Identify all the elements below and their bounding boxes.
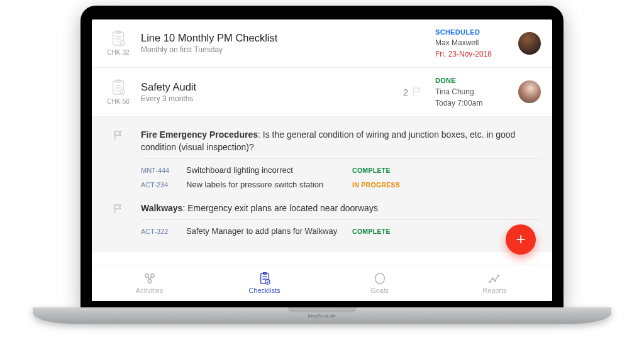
flag-count: 2	[403, 87, 408, 97]
nav-item-goals[interactable]: Goals	[322, 265, 437, 301]
nav-label: Goals	[370, 287, 389, 294]
laptop-base: MacBook Air	[33, 307, 611, 324]
nav-item-activities[interactable]: Activities	[92, 265, 207, 301]
flagged-item: Walkways: Emergency exit plans are locat…	[103, 197, 541, 243]
action-id: ACT-234	[141, 181, 177, 189]
flagged-body: Walkways: Emergency exit plans are locat…	[141, 202, 541, 238]
detail-section: Fire Emergency Procedures: Is the genera…	[92, 117, 552, 253]
app-screen: CHK-32Line 10 Monthly PM ChecklistMonthl…	[92, 19, 552, 301]
checklist-main: Line 10 Monthly PM ChecklistMonthly on f…	[141, 32, 428, 54]
checklist-title: Safety Audit	[141, 81, 396, 93]
nav-label: Activities	[136, 287, 163, 294]
action-list: ACT-322Safety Manager to add plans for W…	[141, 224, 541, 238]
checklist-schedule: Every 3 months	[141, 94, 396, 103]
flag-icon	[411, 86, 423, 97]
flag-column	[103, 202, 133, 214]
content-scroll[interactable]: CHK-32Line 10 Monthly PM ChecklistMonthl…	[92, 19, 552, 265]
flag-icon	[113, 129, 124, 141]
flag-indicator: 2	[403, 86, 423, 97]
action-status-badge: COMPLETE	[352, 167, 391, 174]
flagged-body: Fire Emergency Procedures: Is the genera…	[141, 128, 541, 192]
reports-icon	[488, 272, 502, 285]
action-status-badge: IN PROGRESS	[352, 181, 400, 189]
flagged-question: Fire Emergency Procedures: Is the genera…	[141, 128, 541, 160]
question-heading: Fire Emergency Procedures	[141, 129, 258, 140]
svg-point-15	[497, 275, 499, 276]
checklist-row[interactable]: CHK-56Safety AuditEvery 3 months2DONETin…	[92, 68, 552, 117]
checklist-id: CHK-56	[107, 98, 130, 105]
action-id: ACT-322	[141, 228, 177, 235]
due-date: Today 7:00am	[435, 97, 511, 109]
due-date: Fri, 23-Nov-2018	[435, 48, 511, 60]
checklist-meta: DONETina ChungToday 7:00am	[435, 75, 511, 109]
laptop-bezel: CHK-32Line 10 Monthly PM ChecklistMonthl…	[80, 6, 564, 307]
assignee-name: Tina Chung	[435, 86, 511, 97]
question-heading: Walkways	[141, 203, 182, 213]
avatar[interactable]	[518, 32, 541, 55]
goals-icon	[373, 272, 387, 285]
status-badge: DONE	[435, 75, 511, 86]
checklist-row[interactable]: CHK-32Line 10 Monthly PM ChecklistMonthl…	[92, 19, 552, 69]
action-title: Switchboard lighting incorrect	[186, 165, 343, 175]
nav-item-reports[interactable]: Reports	[437, 265, 552, 301]
activities-icon	[143, 272, 157, 285]
action-row[interactable]: MNT-444Switchboard lighting incorrectCOM…	[141, 163, 541, 177]
question-text: : Emergency exit plans are located near …	[182, 203, 378, 213]
checklist-main: Safety AuditEvery 3 months	[141, 81, 396, 103]
assignee-name: Max Maxwell	[435, 37, 511, 48]
action-title: New labels for pressure switch station	[186, 180, 343, 189]
flagged-item: Fire Emergency Procedures: Is the genera…	[103, 123, 541, 197]
checklist-title: Line 10 Monthly PM Checklist	[141, 32, 428, 44]
checklist-id: CHK-32	[107, 49, 130, 56]
action-status-badge: COMPLETE	[352, 228, 391, 235]
action-row[interactable]: ACT-322Safety Manager to add plans for W…	[141, 224, 541, 238]
clipboard-icon	[111, 79, 125, 96]
svg-point-7	[150, 273, 153, 277]
nav-label: Reports	[482, 287, 507, 294]
clipboard-icon	[111, 30, 125, 47]
nav-item-checklists[interactable]: Checklists	[207, 265, 322, 301]
flag-column	[103, 128, 133, 141]
checklist-schedule: Monthly on first Tuesday	[141, 45, 428, 54]
nav-label: Checklists	[248, 287, 280, 294]
avatar[interactable]	[518, 80, 541, 103]
checklist-id-column: CHK-56	[103, 79, 133, 105]
status-badge: SCHEDULED	[435, 27, 511, 38]
checklist-meta: SCHEDULEDMax MaxwellFri, 23-Nov-2018	[435, 27, 511, 60]
checklist-id-column: CHK-32	[103, 30, 133, 56]
laptop-label: MacBook Air	[308, 313, 336, 319]
flagged-question: Walkways: Emergency exit plans are locat…	[141, 202, 541, 220]
svg-point-6	[145, 273, 148, 277]
action-list: MNT-444Switchboard lighting incorrectCOM…	[141, 163, 541, 192]
add-button[interactable]: +	[506, 224, 536, 255]
action-id: MNT-444	[141, 167, 177, 174]
bottom-nav: ActivitiesChecklistsGoalsReports	[92, 265, 552, 301]
checklists-icon	[258, 272, 272, 285]
flag-icon	[113, 203, 124, 214]
svg-point-8	[148, 279, 151, 282]
laptop-frame: CHK-32Line 10 Monthly PM ChecklistMonthl…	[33, 6, 611, 342]
action-title: Safety Manager to add plans for Walkway	[186, 226, 343, 236]
action-row[interactable]: ACT-234New labels for pressure switch st…	[141, 177, 541, 192]
plus-icon: +	[516, 229, 525, 249]
